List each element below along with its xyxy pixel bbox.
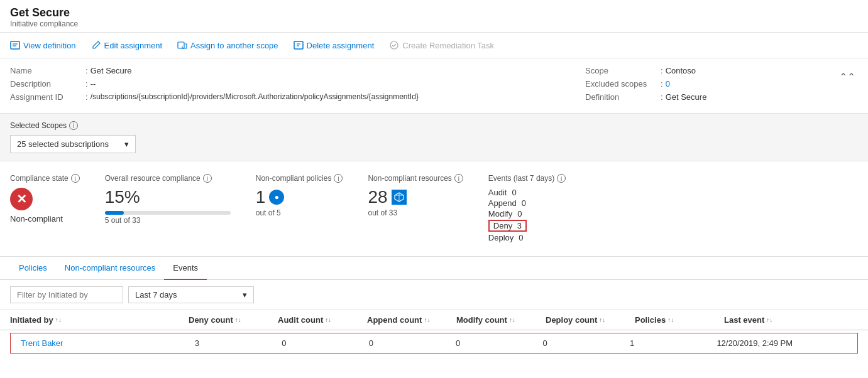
tabs-section: Policies Non-compliant resources Events xyxy=(0,257,868,280)
meta-excluded-scopes-label: Excluded scopes xyxy=(585,79,661,89)
non-compliant-policies-info-icon: i xyxy=(334,174,343,183)
edit-icon xyxy=(91,40,101,50)
overall-resource-percent: 15% xyxy=(105,188,231,207)
col-header-policies: Policies ↑↓ xyxy=(635,315,724,325)
non-compliant-resources-title: Non-compliant resources i xyxy=(368,174,463,183)
policy-icon: ● xyxy=(269,190,284,205)
non-compliant-policies-value: 1 xyxy=(256,188,266,207)
time-range-dropdown[interactable]: Last 7 days ▾ xyxy=(128,286,254,303)
overall-resource-title: Overall resource compliance i xyxy=(105,174,231,183)
sort-modify-count-icon[interactable]: ↑↓ xyxy=(509,316,515,323)
col-header-deny-count: Deny count ↑↓ xyxy=(189,315,278,325)
col-header-modify-count: Modify count ↑↓ xyxy=(456,315,546,325)
progress-bar-fill xyxy=(105,211,124,215)
col-header-deploy-count: Deploy count ↑↓ xyxy=(546,315,635,325)
events-modify-line: Modify 0 xyxy=(488,209,566,219)
view-definition-icon xyxy=(10,40,20,50)
events-title: Events (last 7 days) i xyxy=(488,174,566,183)
cell-initiated-by: Trent Baker xyxy=(21,338,195,348)
meta-right: Scope : Contoso Excluded scopes : 0 Defi… xyxy=(585,66,837,105)
create-remediation-task-button[interactable]: Create Remediation Task xyxy=(389,38,494,53)
events-deny-line: Deny 3 xyxy=(488,220,566,232)
stats-section: Compliance state i ✕ Non-compliant Overa… xyxy=(0,161,868,257)
sort-last-event-icon[interactable]: ↑↓ xyxy=(766,316,772,323)
compliance-state-value: Non-compliant xyxy=(10,214,80,224)
scope-section: Selected Scopes i 25 selected subscripti… xyxy=(0,114,868,161)
non-compliant-icon: ✕ xyxy=(10,188,33,210)
cell-policies: 1 xyxy=(630,338,717,348)
cell-last-event: 12/20/2019, 2:49 PM xyxy=(717,338,847,348)
overall-resource-block: Overall resource compliance i 15% 5 out … xyxy=(105,174,231,244)
sort-append-count-icon[interactable]: ↑↓ xyxy=(424,316,430,323)
tab-non-compliant-resources[interactable]: Non-compliant resources xyxy=(56,257,165,279)
col-header-initiated-by: Initiated by ↑↓ xyxy=(10,315,189,325)
overall-resource-info-icon: i xyxy=(203,174,212,183)
svg-rect-0 xyxy=(11,41,19,49)
meta-excluded-scopes-value[interactable]: 0 xyxy=(666,79,670,89)
meta-assignment-id-row: Assignment ID : /subscriptions/{subscrip… xyxy=(10,92,585,102)
non-compliant-policies-sub: out of 5 xyxy=(256,208,343,217)
svg-rect-3 xyxy=(178,42,184,48)
tab-policies[interactable]: Policies xyxy=(10,257,56,279)
sort-policies-icon[interactable]: ↑↓ xyxy=(667,316,674,323)
cell-modify-count: 0 xyxy=(456,338,542,348)
meta-definition-row: Definition : Get Secure xyxy=(585,92,837,102)
overall-resource-sub: 5 out of 33 xyxy=(105,216,231,225)
sort-deploy-count-icon[interactable]: ↑↓ xyxy=(599,316,605,323)
meta-definition-label: Definition xyxy=(585,92,661,102)
meta-name-row: Name : Get Secure xyxy=(10,66,585,75)
svg-point-7 xyxy=(390,41,398,49)
meta-scope-row: Scope : Contoso xyxy=(585,66,837,75)
collapse-button[interactable]: ⌃⌃ xyxy=(837,68,858,85)
scope-dropdown[interactable]: 25 selected subscriptions ▾ xyxy=(10,135,136,153)
tab-events[interactable]: Events xyxy=(164,257,207,280)
filter-section: Last 7 days ▾ xyxy=(0,280,868,310)
events-deploy-line: Deploy 0 xyxy=(488,233,566,242)
table-section: Initiated by ↑↓ Deny count ↑↓ Audit coun… xyxy=(0,310,868,354)
meta-scope-value: Contoso xyxy=(666,66,696,75)
events-deny-box: Deny 3 xyxy=(488,220,527,232)
sort-deny-count-icon[interactable]: ↑↓ xyxy=(235,316,241,323)
events-append-line: Append 0 xyxy=(488,198,566,208)
chevron-down-icon: ▾ xyxy=(243,290,247,300)
non-compliant-resources-info-icon: i xyxy=(454,174,463,183)
meta-description-row: Description : -- xyxy=(10,79,585,89)
progress-bar xyxy=(105,211,231,215)
meta-assignment-id-label: Assignment ID xyxy=(10,92,85,102)
compliance-state-info-icon: i xyxy=(71,174,80,183)
filter-by-initiated-by-input[interactable] xyxy=(10,286,123,303)
scope-info-icon: i xyxy=(69,121,78,130)
meta-name-label: Name xyxy=(10,66,85,75)
page-title: Get Secure xyxy=(10,6,858,19)
meta-description-label: Description xyxy=(10,79,85,89)
events-block: Events (last 7 days) i Audit 0 Append 0 … xyxy=(488,174,566,244)
view-definition-button[interactable]: View definition xyxy=(10,38,76,53)
col-header-audit-count: Audit count ↑↓ xyxy=(278,315,367,325)
delete-icon xyxy=(294,40,304,50)
svg-rect-4 xyxy=(294,41,303,49)
cell-append-count: 0 xyxy=(369,338,456,348)
sort-audit-count-icon[interactable]: ↑↓ xyxy=(325,316,331,323)
resource-cube-icon xyxy=(392,190,407,205)
meta-excluded-scopes-row: Excluded scopes : 0 xyxy=(585,79,837,89)
chevron-down-icon: ▾ xyxy=(124,139,129,149)
compliance-state-title: Compliance state i xyxy=(10,174,80,183)
compliance-state-block: Compliance state i ✕ Non-compliant xyxy=(10,174,80,244)
page-header: Get Secure Initiative compliance xyxy=(0,0,868,33)
edit-assignment-button[interactable]: Edit assignment xyxy=(91,38,163,53)
cell-deploy-count: 0 xyxy=(543,338,630,348)
meta-assignment-id-value: /subscriptions/{subscriptionId}/provider… xyxy=(91,92,419,102)
non-compliant-policies-block: Non-compliant policies i 1 ● out of 5 xyxy=(256,174,343,244)
non-compliant-resources-block: Non-compliant resources i 28 out of 33 xyxy=(368,174,463,244)
table-row: Trent Baker 3 0 0 0 0 1 12/20/2019, 2:49… xyxy=(10,333,858,354)
sort-initiated-by-icon[interactable]: ↑↓ xyxy=(55,316,62,323)
non-compliant-policies-title: Non-compliant policies i xyxy=(256,174,343,183)
events-audit-line: Audit 0 xyxy=(488,188,566,197)
events-info-icon: i xyxy=(557,174,566,183)
meta-section: Name : Get Secure Description : -- Assig… xyxy=(0,58,868,114)
delete-assignment-button[interactable]: Delete assignment xyxy=(294,38,375,53)
trent-baker-link[interactable]: Trent Baker xyxy=(21,338,63,348)
meta-scope-label: Scope xyxy=(585,66,661,75)
cell-deny-count: 3 xyxy=(195,338,282,348)
assign-to-another-scope-button[interactable]: Assign to another scope xyxy=(177,38,278,53)
